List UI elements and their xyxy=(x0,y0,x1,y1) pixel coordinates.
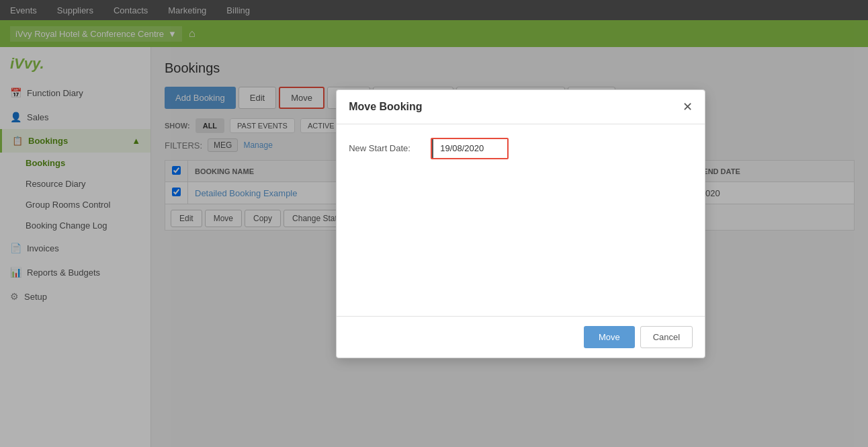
modal-title: Move Booking xyxy=(349,101,422,113)
modal-body: New Start Date: xyxy=(337,124,705,316)
modal-header: Move Booking ✕ xyxy=(337,90,705,124)
move-booking-modal: Move Booking ✕ New Start Date: Move Canc… xyxy=(336,89,705,358)
modal-field-row: New Start Date: xyxy=(349,138,693,159)
modal-footer: Move Cancel xyxy=(337,316,705,358)
new-start-date-input[interactable] xyxy=(433,140,507,157)
modal-date-input-wrapper xyxy=(431,138,509,159)
modal-move-button[interactable]: Move xyxy=(584,326,635,348)
modal-field-label: New Start Date: xyxy=(349,143,423,153)
modal-close-button[interactable]: ✕ xyxy=(683,99,693,114)
modal-cancel-button[interactable]: Cancel xyxy=(640,326,693,348)
